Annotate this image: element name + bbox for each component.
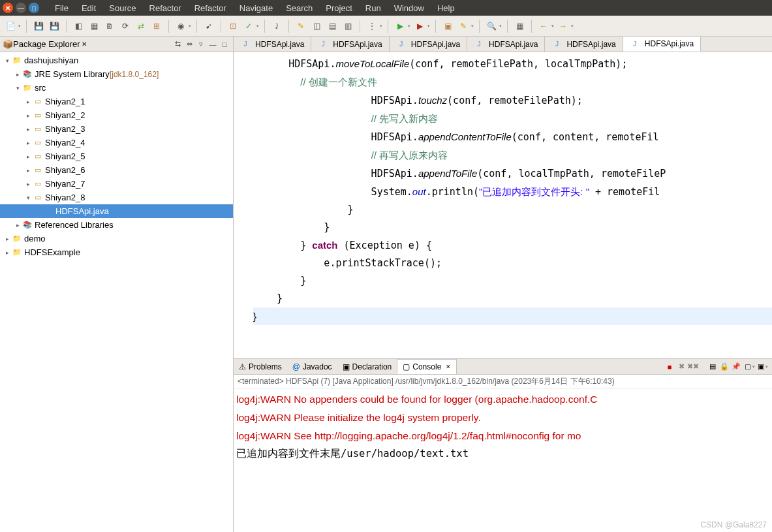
java-file-icon: J <box>396 39 407 50</box>
debug-button[interactable]: ▶ <box>413 20 426 33</box>
new-button[interactable]: 📄 <box>4 20 17 33</box>
search-button[interactable]: 🔍 <box>485 20 498 33</box>
run-button[interactable]: ▶ <box>394 20 407 33</box>
editor-tab-2[interactable]: JHDFSApi.java <box>390 37 467 52</box>
refresh-button[interactable]: ⟳ <box>119 20 132 33</box>
launch-button[interactable]: ▣ <box>441 20 454 33</box>
package-Shiyan2_6[interactable]: ▸▭Shiyan2_6 <box>0 163 233 177</box>
task-button[interactable]: ▤ <box>326 20 339 33</box>
remove-all-button[interactable]: ✖✖ <box>687 361 699 373</box>
javadoc-icon: @ <box>292 362 300 371</box>
java-file-icon: J <box>474 39 484 50</box>
editor-tab-0[interactable]: JHDFSApi.java <box>234 37 311 52</box>
menu-edit[interactable]: Edit <box>75 2 102 14</box>
note-button[interactable]: ▥ <box>341 20 354 33</box>
menu-help[interactable]: Help <box>431 2 461 14</box>
console-output[interactable]: log4j:WARN No appenders could be found f… <box>234 389 772 532</box>
run-config-button[interactable]: ✓ <box>242 20 255 33</box>
package-Shiyan2_4[interactable]: ▸▭Shiyan2_4 <box>0 136 233 149</box>
debug-tool-button[interactable]: ⊡ <box>226 20 239 33</box>
editor-tab-4[interactable]: JHDFSApi.java <box>545 37 623 52</box>
maximize-view-button[interactable]: □ <box>219 39 230 50</box>
perspective-button[interactable]: ◉ <box>174 20 187 33</box>
scroll-lock-button[interactable]: 🔒 <box>718 361 730 373</box>
console-header: <terminated> HDFSApi (7) [Java Applicati… <box>234 375 772 389</box>
declaration-icon: ▣ <box>343 362 350 371</box>
bottom-tabs: ⚠Problems @Javadoc ▣Declaration ▢Console… <box>234 359 772 375</box>
package-explorer-header: 📦 Package Explorer ✕ ⇆ ⇔ ▿ — □ <box>0 37 233 52</box>
package-Shiyan2_5[interactable]: ▸▭Shiyan2_5 <box>0 149 233 163</box>
remove-launch-button[interactable]: ✖ <box>675 361 687 373</box>
package-Shiyan2_2[interactable]: ▸▭Shiyan2_2 <box>0 108 233 122</box>
menu-navigate[interactable]: Navigate <box>233 2 279 14</box>
window-close-button[interactable]: ✕ <box>3 3 13 13</box>
window-maximize-button[interactable]: □ <box>29 3 39 13</box>
menu-file[interactable]: File <box>48 2 75 14</box>
window-minimize-button[interactable]: — <box>16 3 26 13</box>
package-tree[interactable]: ▾📁dashujushiyan▸📚JRE System Library [jdk… <box>0 52 233 532</box>
java-file-icon: J <box>551 39 562 50</box>
menu-project[interactable]: Project <box>319 2 358 14</box>
tab-problems[interactable]: ⚠Problems <box>234 359 287 374</box>
project-dashujushiyan[interactable]: ▾📁dashujushiyan <box>0 54 233 67</box>
src-folder[interactable]: ▾📁src <box>0 81 233 95</box>
menu-search[interactable]: Search <box>279 2 319 14</box>
minimize-view-button[interactable]: — <box>207 39 219 50</box>
bookmark-button[interactable]: ◫ <box>310 20 323 33</box>
menu-bar: FileEditSourceRefactorRefactorNavigateSe… <box>48 2 461 14</box>
view-menu-button[interactable]: ▿ <box>195 39 207 50</box>
terminate-button[interactable]: ■ <box>664 361 675 373</box>
code-editor[interactable]: HDFSApi.moveToLocalFile(conf, remoteFile… <box>234 52 772 358</box>
watermark: CSDN @Gala8227 <box>700 520 767 529</box>
menu-refactor[interactable]: Refactor <box>188 2 233 14</box>
java-file-icon: J <box>240 39 251 50</box>
save-all-button[interactable]: 💾 <box>48 20 61 33</box>
build-button[interactable]: ▦ <box>87 20 100 33</box>
mark-button[interactable]: ✎ <box>294 20 307 33</box>
package-Shiyan2_7[interactable]: ▸▭Shiyan2_7 <box>0 177 233 191</box>
menu-source[interactable]: Source <box>102 2 142 14</box>
referenced-libraries[interactable]: ▸📚Referenced Libraries <box>0 218 233 232</box>
project-HDFSExample[interactable]: ▸📁HDFSExample <box>0 245 233 259</box>
problems-icon: ⚠ <box>239 362 246 371</box>
pointer-button[interactable]: ➹ <box>202 20 215 33</box>
forward-button[interactable]: → <box>557 20 570 33</box>
toggle-button[interactable]: ◧ <box>72 20 85 33</box>
package-Shiyan2_3[interactable]: ▸▭Shiyan2_3 <box>0 122 233 136</box>
editor-tab-3[interactable]: JHDFSApi.java <box>467 37 545 52</box>
doc-button[interactable]: 🗎 <box>103 20 116 33</box>
tab-declaration[interactable]: ▣Declaration <box>337 359 397 374</box>
jre-library[interactable]: ▸📚JRE System Library [jdk1.8.0_162] <box>0 67 233 81</box>
bottom-panel: ⚠Problems @Javadoc ▣Declaration ▢Console… <box>234 358 772 532</box>
console-icon: ▢ <box>403 362 410 371</box>
package-Shiyan2_1[interactable]: ▸▭Shiyan2_1 <box>0 95 233 108</box>
save-button[interactable]: 💾 <box>32 20 45 33</box>
menu-window[interactable]: Window <box>388 2 431 14</box>
package-explorer-icon: 📦 <box>3 39 13 49</box>
title-bar: ✕ — □ FileEditSourceRefactorRefactorNavi… <box>0 0 772 16</box>
editor-area: JHDFSApi.javaJHDFSApi.javaJHDFSApi.javaJ… <box>234 37 772 532</box>
package-button[interactable]: ⊞ <box>150 20 163 33</box>
link-editor-button[interactable]: ⇔ <box>183 39 195 50</box>
tab-javadoc[interactable]: @Javadoc <box>287 359 337 374</box>
sync-button[interactable]: ⇄ <box>134 20 147 33</box>
editor-tab-1[interactable]: JHDFSApi.java <box>311 37 389 52</box>
nav-button[interactable]: ▦ <box>513 20 526 33</box>
editor-tab-5[interactable]: JHDFSApi.java <box>623 37 701 52</box>
package-explorer-view: 📦 Package Explorer ✕ ⇆ ⇔ ▿ — □ ▾📁dashuju… <box>0 37 234 532</box>
highlight-button[interactable]: ✎ <box>457 20 470 33</box>
external-button[interactable]: ⋮ <box>365 20 378 33</box>
package-Shiyan2_8[interactable]: ▾▭Shiyan2_8 <box>0 191 233 204</box>
menu-refactor[interactable]: Refactor <box>143 2 188 14</box>
menu-run[interactable]: Run <box>359 2 388 14</box>
pin-console-button[interactable]: 📌 <box>730 361 742 373</box>
tab-console[interactable]: ▢Console✕ <box>397 359 457 374</box>
project-demo[interactable]: ▸📁demo <box>0 232 233 245</box>
collapse-all-button[interactable]: ⇆ <box>172 39 183 50</box>
main-toolbar: 📄▾ 💾 💾 ◧ ▦ 🗎 ⟳ ⇄ ⊞ ◉▾ ➹ ⊡ ✓▾ ⤸ ✎ ◫ ▤ ▥ ⋮… <box>0 16 772 37</box>
file-hdfsapi[interactable]: JHDFSApi.java <box>0 204 233 218</box>
skip-button[interactable]: ⤸ <box>270 20 283 33</box>
clear-console-button[interactable]: ▤ <box>707 361 718 373</box>
package-explorer-title: Package Explorer <box>13 39 80 49</box>
back-button[interactable]: ← <box>537 20 550 33</box>
